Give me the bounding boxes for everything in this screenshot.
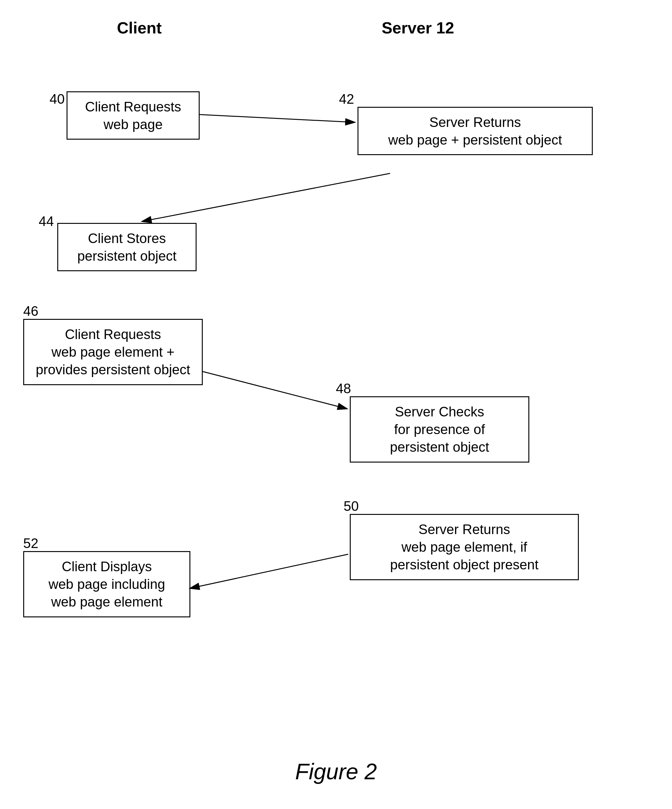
box-step40-text: Client Requests web page [85, 99, 181, 132]
step-number-52: 52 [23, 535, 39, 551]
diagram-container: Client Server 12 40 Client Requests web … [0, 0, 672, 809]
box-step52-text: Client Displays web page including web p… [49, 559, 165, 609]
step-number-48: 48 [336, 381, 351, 396]
box-step44-text: Client Stores persistent object [77, 231, 176, 264]
step-number-44: 44 [39, 214, 54, 229]
box-step44: Client Stores persistent object [57, 223, 196, 271]
header-server: Server 12 [340, 18, 495, 37]
box-step50-text: Server Returns web page element, if pers… [390, 522, 538, 572]
box-step48: Server Checks for presence of persistent… [350, 396, 529, 463]
box-step52: Client Displays web page including web p… [23, 551, 190, 618]
arrow-46-48 [203, 371, 347, 409]
box-step48-text: Server Checks for presence of persistent… [390, 404, 489, 455]
step-number-46: 46 [23, 304, 39, 319]
arrow-50-52 [190, 554, 348, 588]
box-step46: Client Requests web page element + provi… [23, 319, 203, 385]
header-client: Client [62, 18, 217, 37]
arrow-40-42 [199, 114, 354, 122]
box-step42: Server Returns web page + persistent obj… [357, 107, 593, 155]
box-step40: Client Requests web page [67, 91, 199, 139]
step-number-40: 40 [50, 91, 65, 107]
step-number-42: 42 [339, 91, 354, 107]
box-step42-text: Server Returns web page + persistent obj… [388, 114, 562, 148]
box-step46-text: Client Requests web page element + provi… [36, 327, 190, 377]
figure-caption: Figure 2 [295, 759, 377, 784]
arrow-42-44 [142, 173, 390, 222]
box-step50: Server Returns web page element, if pers… [350, 514, 579, 580]
step-number-50: 50 [344, 498, 359, 514]
